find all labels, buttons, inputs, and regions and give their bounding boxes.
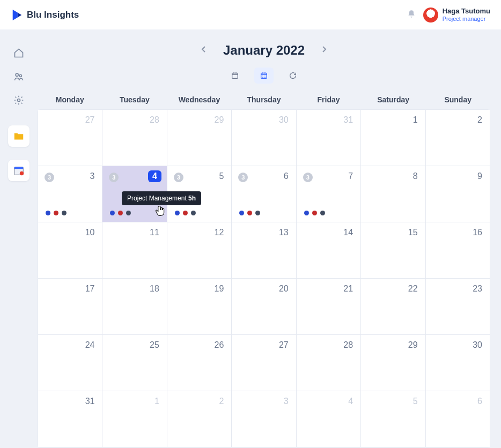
event-dot[interactable] <box>304 211 309 215</box>
day-number: 28 <box>150 115 159 125</box>
refresh-button[interactable] <box>283 68 303 84</box>
team-icon[interactable] <box>11 69 27 85</box>
settings-icon[interactable] <box>11 92 27 108</box>
calendar-cell[interactable]: 22 <box>361 279 425 334</box>
calendar-cell[interactable]: 6 <box>426 391 490 447</box>
calendar-cell[interactable]: 31 <box>297 110 360 166</box>
calendar-cell[interactable]: 13 <box>232 222 296 278</box>
day-number: 13 <box>279 228 289 237</box>
app-logo[interactable]: Blu Insights <box>11 9 79 21</box>
event-dots[interactable] <box>46 211 67 215</box>
calendar-cell[interactable]: 23 <box>426 279 490 334</box>
day-number: 27 <box>279 340 289 350</box>
calendar-cell[interactable]: 29 <box>167 110 231 166</box>
calendar-cell[interactable]: 19 <box>167 279 231 334</box>
folder-card-icon[interactable] <box>8 125 30 147</box>
calendar-cell[interactable]: 14 <box>297 222 360 278</box>
svg-rect-4 <box>14 167 24 169</box>
event-dots[interactable] <box>239 211 260 215</box>
calendar-cell[interactable]: 24 <box>38 335 102 391</box>
event-dots[interactable] <box>110 211 131 215</box>
event-dot[interactable] <box>54 211 58 215</box>
calendar-cell[interactable]: 17 <box>38 279 102 334</box>
event-dot[interactable] <box>312 211 317 215</box>
calendar-cell[interactable]: 1 <box>361 110 425 166</box>
calendar-cell[interactable]: 29 <box>361 335 425 391</box>
calendar-cell[interactable]: 27 <box>38 110 102 166</box>
calendar-cell[interactable]: 5 <box>361 391 425 447</box>
day-number: 5 <box>413 397 418 406</box>
day-number: 25 <box>150 340 159 350</box>
home-icon[interactable] <box>11 45 27 61</box>
calendar-cell[interactable]: 21 <box>297 279 360 334</box>
calendar-cell[interactable]: 25 <box>102 335 166 391</box>
calendar-cell[interactable]: 73 <box>297 166 360 222</box>
app-name: Blu Insights <box>27 10 79 20</box>
event-dot[interactable] <box>175 211 180 215</box>
event-dots[interactable] <box>304 211 325 215</box>
day-number: 2 <box>477 115 482 125</box>
calendar-cell[interactable]: 18 <box>102 279 166 334</box>
event-dot[interactable] <box>118 211 123 215</box>
calendar-cell[interactable]: 8 <box>361 166 425 222</box>
user-menu[interactable]: Haga Tsutomu Project manager <box>423 8 490 23</box>
calendar-cell[interactable]: 9 <box>426 166 490 222</box>
calendar-cell[interactable]: 33 <box>38 166 102 222</box>
calendar-cell[interactable]: 63 <box>232 166 296 222</box>
day-of-week-header: MondayTuesdayWednesdayThursdayFridaySatu… <box>38 95 490 109</box>
calendar-cell[interactable]: 1 <box>102 391 166 447</box>
calendar-cell[interactable]: 30 <box>232 110 296 166</box>
calendar-cell[interactable]: 28 <box>297 335 360 391</box>
calendar-cell[interactable]: 31 <box>38 391 102 447</box>
event-dot[interactable] <box>239 211 244 215</box>
event-dot[interactable] <box>46 211 50 215</box>
day-number: 20 <box>279 284 289 294</box>
calendar-cell[interactable]: 15 <box>361 222 425 278</box>
calendar-card-icon[interactable] <box>8 160 30 181</box>
day-number: 22 <box>408 284 418 294</box>
calendar-grid: Project Management 5h 272829303112334353… <box>38 109 490 447</box>
month-view-button[interactable] <box>254 68 274 84</box>
event-dot[interactable] <box>255 211 260 215</box>
day-number: 30 <box>279 115 289 125</box>
day-number: 9 <box>477 171 482 181</box>
day-number: 10 <box>85 228 95 237</box>
day-number: 3 <box>284 397 289 406</box>
day-number: 24 <box>85 340 95 350</box>
calendar-cell[interactable]: 12 <box>167 222 231 278</box>
event-dots[interactable] <box>175 211 196 215</box>
day-number: 8 <box>413 171 418 181</box>
logo-icon <box>11 9 23 21</box>
calendar-cell[interactable]: 3 <box>232 391 296 447</box>
svg-rect-6 <box>232 73 238 78</box>
calendar-cell[interactable]: 30 <box>426 335 490 391</box>
event-dot[interactable] <box>183 211 188 215</box>
day-number: 2 <box>219 397 224 406</box>
event-dot[interactable] <box>247 211 252 215</box>
calendar-cell[interactable]: 27 <box>232 335 296 391</box>
event-dot[interactable] <box>320 211 325 215</box>
calendar-cell[interactable]: 2 <box>167 391 231 447</box>
calendar-cell[interactable]: 16 <box>426 222 490 278</box>
calendar-cell[interactable]: 28 <box>102 110 166 166</box>
avatar <box>423 8 438 23</box>
event-dot[interactable] <box>126 211 131 215</box>
day-number: 17 <box>85 284 95 294</box>
day-number: 23 <box>473 284 482 294</box>
dow-label: Thursday <box>232 95 297 104</box>
calendar-cell[interactable]: 10 <box>38 222 102 278</box>
day-number: 29 <box>214 115 224 125</box>
calendar-cell[interactable]: 26 <box>167 335 231 391</box>
next-month-button[interactable] <box>319 46 329 55</box>
event-dot[interactable] <box>62 211 67 215</box>
event-dot[interactable] <box>110 211 115 215</box>
day-number: 16 <box>473 228 482 237</box>
notifications-icon[interactable] <box>407 10 416 20</box>
prev-month-button[interactable] <box>198 46 209 55</box>
calendar-cell[interactable]: 2 <box>426 110 490 166</box>
calendar-cell[interactable]: 20 <box>232 279 296 334</box>
event-dot[interactable] <box>191 211 196 215</box>
calendar-cell[interactable]: 4 <box>297 391 360 447</box>
day-view-button[interactable] <box>225 68 245 84</box>
calendar-cell[interactable]: 11 <box>102 222 166 278</box>
